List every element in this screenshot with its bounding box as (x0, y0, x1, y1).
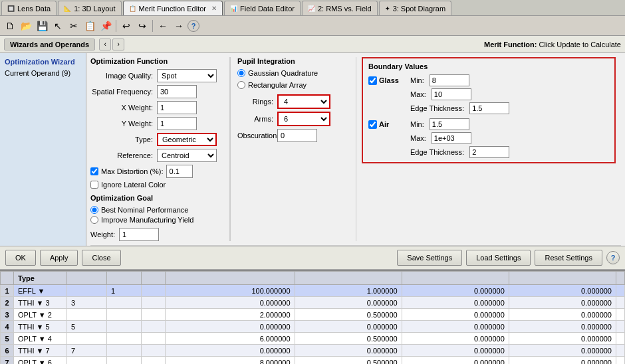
save-settings-button[interactable]: Save Settings (397, 250, 462, 266)
table-cell-col7[interactable]: 0.000000 (295, 321, 402, 333)
table-header-col6[interactable] (165, 272, 295, 285)
toolbar-open-btn[interactable]: 📂 (19, 19, 33, 33)
table-cell-col7[interactable]: 1.000000 (295, 285, 402, 297)
table-cell-col8[interactable]: 0.000000 (402, 285, 509, 297)
table-row[interactable]: 1 EFFL ▼ 1 100.000000 1.000000 0.000000 … (1, 285, 625, 297)
toolbar-copy-btn[interactable]: 📋 (82, 19, 97, 33)
close-button[interactable]: Close (82, 250, 120, 266)
table-cell-col4[interactable] (107, 309, 142, 321)
x-weight-input[interactable] (157, 101, 197, 114)
table-cell-col5[interactable] (142, 321, 166, 333)
table-cell-col6[interactable]: 100.000000 (165, 285, 295, 297)
air-edge-input[interactable] (469, 146, 509, 158)
table-row[interactable]: 4 TTHI ▼ 5 5 0.000000 0.000000 0.000000 … (1, 321, 625, 333)
tab-3d-layout[interactable]: 📐 1: 3D Layout (58, 1, 121, 15)
table-cell-col6[interactable]: 0.000000 (165, 321, 295, 333)
table-cell-col5[interactable] (142, 309, 166, 321)
rectangular-radio[interactable] (237, 81, 245, 89)
toolbar-save-btn[interactable]: 💾 (35, 19, 49, 33)
table-cell-col8[interactable]: 0.000000 (402, 297, 509, 309)
air-checkbox[interactable] (368, 120, 377, 129)
table-cell-type[interactable]: OPLT ▼ 4 (14, 333, 67, 345)
table-cell-col7[interactable]: 0.500000 (295, 309, 402, 321)
table-cell-col3[interactable] (67, 309, 107, 321)
table-row[interactable]: 7 OPLT ▼ 6 8.000000 0.500000 0.000000 0.… (1, 357, 625, 365)
sidebar-optimization-wizard[interactable]: Optimization Wizard (3, 56, 83, 68)
table-cell-col3[interactable] (67, 357, 107, 365)
obscuration-input[interactable] (277, 129, 317, 142)
table-cell-col6[interactable]: 0.000000 (165, 297, 295, 309)
wizard-forward-btn[interactable]: › (112, 39, 124, 50)
tab-spot-diagram[interactable]: ✦ 3: Spot Diagram (379, 1, 451, 15)
ignore-lateral-checkbox[interactable] (90, 181, 98, 189)
table-cell-col7[interactable]: 0.500000 (295, 333, 402, 345)
toolbar-paste-btn[interactable]: 📌 (98, 19, 113, 33)
table-cell-col8[interactable]: 0.000000 (402, 333, 509, 345)
rings-select[interactable]: 4356 (277, 94, 330, 109)
table-cell-col7[interactable]: 0.000000 (295, 345, 402, 357)
table-cell-col5[interactable] (142, 357, 166, 365)
table-cell-col9[interactable]: 0.000000 (509, 309, 616, 321)
toolbar-left-btn[interactable]: ← (156, 19, 170, 33)
spatial-freq-input[interactable] (157, 85, 197, 98)
sidebar-current-operand[interactable]: Current Operand (9) (3, 68, 83, 78)
table-row[interactable]: 5 OPLT ▼ 4 6.000000 0.500000 0.000000 0.… (1, 333, 625, 345)
reset-settings-button[interactable]: Reset Settings (535, 250, 602, 266)
table-cell-type[interactable]: TTHI ▼ 7 (14, 345, 67, 357)
table-cell-type[interactable]: OPLT ▼ 6 (14, 357, 67, 365)
table-cell-col6[interactable]: 0.000000 (165, 345, 295, 357)
table-cell-col9[interactable]: 0.000000 (509, 345, 616, 357)
toolbar-redo-btn[interactable]: ↪ (135, 19, 150, 33)
load-settings-button[interactable]: Load Settings (466, 250, 531, 266)
max-distortion-input[interactable] (166, 165, 193, 178)
table-cell-col9[interactable]: 0.000000 (509, 321, 616, 333)
reference-select[interactable]: Centroid (157, 149, 217, 162)
table-cell-col4[interactable] (107, 333, 142, 345)
table-cell-col8[interactable]: 0.000000 (402, 357, 509, 365)
table-cell-col9[interactable]: 0.000000 (509, 333, 616, 345)
ok-button[interactable]: OK (5, 250, 36, 266)
table-header-col3[interactable] (67, 272, 107, 285)
table-cell-col3[interactable]: 5 (67, 321, 107, 333)
table-cell-col9[interactable]: 0.000000 (509, 297, 616, 309)
table-header-col7[interactable] (295, 272, 402, 285)
max-distortion-checkbox[interactable] (90, 167, 98, 175)
table-cell-col8[interactable]: 0.000000 (402, 321, 509, 333)
table-row[interactable]: 3 OPLT ▼ 2 2.000000 0.500000 0.000000 0.… (1, 309, 625, 321)
tab-field-data[interactable]: 📊 Field Data Editor (224, 1, 301, 15)
toolbar-cut-btn[interactable]: ✂ (66, 19, 81, 33)
table-cell-col8[interactable]: 0.000000 (402, 309, 509, 321)
toolbar-right-btn[interactable]: → (172, 19, 186, 33)
table-cell-col4[interactable]: 1 (107, 285, 142, 297)
table-cell-col9[interactable]: 0.000000 (509, 285, 616, 297)
glass-edge-input[interactable] (469, 102, 509, 114)
table-row[interactable]: 6 TTHI ▼ 7 7 0.000000 0.000000 0.000000 … (1, 345, 625, 357)
table-cell-col6[interactable]: 2.000000 (165, 309, 295, 321)
glass-min-input[interactable] (430, 74, 469, 86)
toolbar-new-btn[interactable]: 🗋 (3, 19, 17, 33)
table-header-col4[interactable] (107, 272, 142, 285)
table-cell-type[interactable]: TTHI ▼ 3 (14, 297, 67, 309)
table-cell-col8[interactable]: 0.000000 (402, 345, 509, 357)
arms-select[interactable]: 6348 (277, 112, 330, 126)
tab-rms-field[interactable]: 📈 2: RMS vs. Field (302, 1, 378, 15)
table-cell-col3[interactable] (67, 285, 107, 297)
table-header-col5[interactable] (142, 272, 166, 285)
air-min-input[interactable] (430, 118, 469, 130)
air-max-input[interactable] (432, 132, 471, 144)
table-cell-type[interactable]: TTHI ▼ 5 (14, 321, 67, 333)
table-header-type[interactable]: Type (14, 272, 67, 285)
table-cell-col5[interactable] (142, 285, 166, 297)
type-select[interactable]: Geometric (157, 133, 217, 146)
best-nominal-radio[interactable] (90, 206, 98, 214)
apply-button[interactable]: Apply (40, 250, 78, 266)
table-cell-col4[interactable] (107, 321, 142, 333)
help-button[interactable]: ? (606, 251, 620, 264)
table-cell-col3[interactable]: 3 (67, 297, 107, 309)
glass-max-input[interactable] (432, 88, 471, 100)
wizard-back-btn[interactable]: ‹ (99, 39, 111, 50)
table-cell-col3[interactable]: 7 (67, 345, 107, 357)
improve-manufacturing-radio[interactable] (90, 216, 98, 224)
table-cell-col4[interactable] (107, 357, 142, 365)
tab-merit-function[interactable]: 📋 Merit Function Editor ✕ (123, 1, 223, 15)
